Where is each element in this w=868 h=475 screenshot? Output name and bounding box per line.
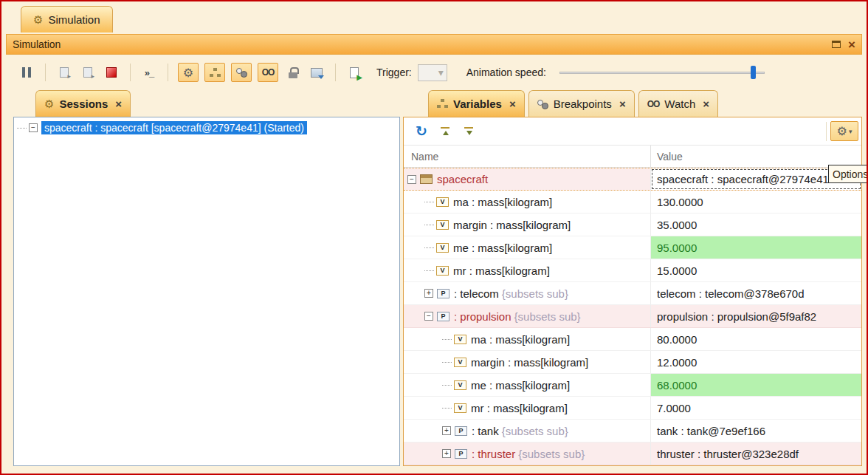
table-row[interactable]: Vme : mass[kilogram]95.0000 <box>404 236 861 259</box>
block-icon <box>420 174 433 184</box>
column-header-name[interactable]: Name <box>404 146 651 167</box>
row-value-cell: telecom : telecom@378e670d <box>651 282 861 304</box>
row-value-cell: 12.0000 <box>651 351 861 373</box>
row-name-label: : tank <box>472 425 499 437</box>
dock-tab-simulation[interactable]: ⚙ Simulation <box>21 6 113 33</box>
table-row[interactable]: Vmargin : mass[kilogram]12.0000 <box>404 351 861 374</box>
table-row[interactable]: −P : propulsion{subsets sub}propulsion :… <box>404 305 861 328</box>
table-row[interactable]: Vme : mass[kilogram]68.0000 <box>404 374 861 397</box>
step-over-button[interactable] <box>79 63 97 82</box>
dock-tab-strip: ⚙ Simulation <box>1 1 867 33</box>
toolbar-separator <box>826 122 827 141</box>
gear-icon: ⚙ <box>33 13 43 27</box>
left-tab-strip: ⚙ Sessions × <box>35 90 131 117</box>
export-run-button[interactable] <box>345 63 363 82</box>
row-name-label: ma : mass[kilogram] <box>471 333 570 346</box>
tree-line <box>424 202 434 202</box>
expand-all-button[interactable] <box>436 122 454 141</box>
animation-speed-slider[interactable] <box>559 64 765 81</box>
trigger-dropdown[interactable]: ▾ <box>418 64 447 81</box>
toolbar-separator <box>168 64 168 81</box>
lock-button[interactable] <box>284 63 302 82</box>
tab-sessions[interactable]: ⚙ Sessions × <box>35 90 131 117</box>
close-tab-icon[interactable]: × <box>509 98 516 110</box>
collapse-all-button[interactable] <box>460 122 478 141</box>
tree-line <box>424 247 434 248</box>
tab-variables[interactable]: Variables × <box>428 90 525 117</box>
table-row[interactable]: +P : thruster{subsets sub}thruster : thr… <box>404 442 861 465</box>
auto-open-toggle-button[interactable]: ⚙ <box>178 63 199 82</box>
terminate-button[interactable] <box>103 63 120 82</box>
row-value-cell: tank : tank@7e9ef166 <box>651 420 861 442</box>
column-header-value[interactable]: Value <box>651 146 861 167</box>
row-name-cell: Vmargin : mass[kilogram] <box>404 213 651 236</box>
row-name-label: me : mass[kilogram] <box>453 242 552 254</box>
row-value-cell: 80.0000 <box>651 328 861 350</box>
expand-expander-icon[interactable]: + <box>442 449 451 458</box>
table-row[interactable]: +P : tank{subsets sub}tank : tank@7e9ef1… <box>404 420 861 442</box>
table-row[interactable]: Vmr : mass[kilogram]15.0000 <box>404 259 861 282</box>
table-row[interactable]: Vmr : mass[kilogram]7.0000 <box>404 397 861 420</box>
step-into-button[interactable] <box>55 63 73 82</box>
refresh-icon: ↻ <box>416 123 427 140</box>
watch-toggle-button[interactable]: OO <box>258 63 278 82</box>
row-name-label: me : mass[kilogram] <box>471 379 570 392</box>
row-name-label: : propulsion <box>454 310 512 323</box>
document-run-icon <box>350 67 359 78</box>
collapse-expander-icon[interactable]: − <box>407 175 416 184</box>
table-row[interactable]: +P : telecom{subsets sub}telecom : telec… <box>404 282 861 305</box>
part-property-icon: P <box>437 312 450 321</box>
value-property-icon: V <box>436 243 449 253</box>
variables-table-body: −spacecraftspacecraft : spacecraft@27974… <box>404 168 861 465</box>
row-value-cell: 68.0000 <box>651 374 861 396</box>
options-button[interactable]: ⚙ ▾ <box>830 121 858 141</box>
table-row[interactable]: Vma : mass[kilogram]130.0000 <box>404 191 861 213</box>
table-row[interactable]: −spacecraftspacecraft : spacecraft@27974… <box>404 168 861 191</box>
console-button[interactable]: »_ <box>140 63 158 82</box>
export-image-button[interactable] <box>308 63 326 82</box>
breakpoints-toggle-button[interactable] <box>231 63 252 82</box>
row-name-label: : telecom <box>454 287 499 300</box>
simulation-toolbar: »_ ⚙ OO Trigger: ▾ Animation speed: <box>6 56 862 89</box>
animation-speed-label: Animation speed: <box>466 66 546 78</box>
variables-toggle-button[interactable] <box>204 63 225 82</box>
session-tree-item[interactable]: − spacecraft : spacecraft [spacecraft@27… <box>14 117 399 138</box>
row-value-cell: thruster : thruster@323e28df <box>651 442 861 465</box>
tree-line <box>424 270 434 271</box>
tab-watch[interactable]: OO Watch × <box>638 90 718 117</box>
table-row[interactable]: Vmargin : mass[kilogram]35.0000 <box>404 213 861 236</box>
gear-icon: ⚙ <box>837 124 847 138</box>
tooltip-label: Options <box>833 168 868 180</box>
table-row[interactable]: Vma : mass[kilogram]80.0000 <box>404 328 861 351</box>
breakpoints-icon <box>537 99 548 109</box>
collapse-expander-icon[interactable]: − <box>29 123 38 132</box>
row-name-label: mr : mass[kilogram] <box>471 402 568 414</box>
close-tab-icon[interactable]: × <box>703 98 709 110</box>
trigger-label: Trigger: <box>376 66 412 78</box>
collapse-expander-icon[interactable]: − <box>424 312 433 321</box>
slider-track[interactable] <box>559 72 765 74</box>
close-tab-icon[interactable]: × <box>619 98 626 110</box>
row-value-cell: 95.0000 <box>651 236 861 259</box>
refresh-button[interactable]: ↻ <box>413 122 430 141</box>
row-name-suffix: {subsets sub} <box>518 448 585 460</box>
row-name-cell: Vma : mass[kilogram] <box>404 191 651 213</box>
table-header: Name Value <box>404 146 861 168</box>
close-tab-icon[interactable]: × <box>115 98 122 110</box>
row-value-cell: 35.0000 <box>651 213 861 236</box>
part-property-icon: P <box>455 449 467 459</box>
expand-expander-icon[interactable]: + <box>424 289 433 298</box>
close-icon[interactable]: × <box>848 38 855 51</box>
expand-expander-icon[interactable]: + <box>442 426 451 435</box>
tab-label: Sessions <box>59 98 108 110</box>
tab-breakpoints[interactable]: Breakpoints × <box>528 90 635 117</box>
value-property-icon: V <box>436 220 449 230</box>
console-icon: »_ <box>145 67 154 78</box>
slider-handle[interactable] <box>751 66 756 79</box>
chevron-down-icon: ▾ <box>849 128 852 135</box>
value-property-icon: V <box>454 380 466 390</box>
restore-window-icon[interactable] <box>832 41 841 48</box>
tree-line <box>17 128 27 129</box>
pause-button[interactable] <box>18 63 35 82</box>
value-property-icon: V <box>454 358 466 367</box>
